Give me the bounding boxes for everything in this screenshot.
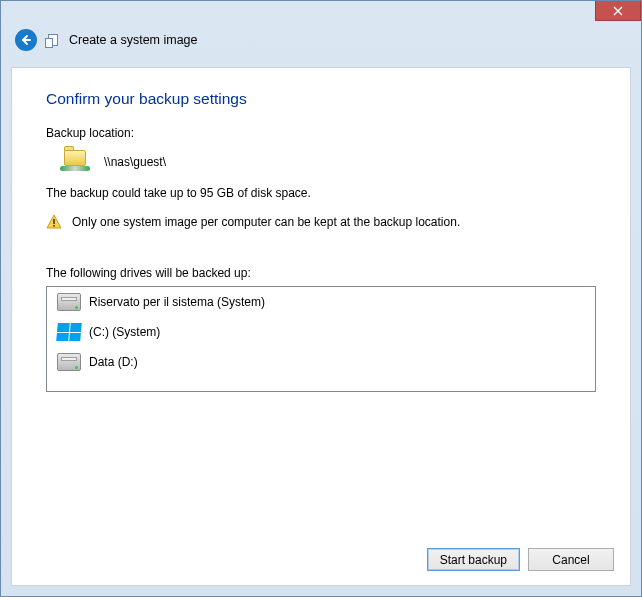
warning-icon bbox=[46, 214, 62, 230]
drive-row[interactable]: Riservato per il sistema (System) bbox=[47, 287, 595, 317]
warning-text: Only one system image per computer can b… bbox=[72, 215, 460, 229]
titlebar bbox=[1, 1, 641, 29]
heading: Confirm your backup settings bbox=[46, 90, 596, 108]
button-row: Start backup Cancel bbox=[427, 548, 614, 571]
close-icon bbox=[613, 6, 623, 16]
cancel-button[interactable]: Cancel bbox=[528, 548, 614, 571]
hard-disk-icon bbox=[57, 353, 81, 371]
warning-row: Only one system image per computer can b… bbox=[46, 214, 596, 230]
svg-rect-1 bbox=[53, 225, 55, 227]
nav-row: Create a system image bbox=[1, 29, 641, 59]
drive-row[interactable]: Data (D:) bbox=[47, 347, 595, 377]
close-button[interactable] bbox=[595, 1, 641, 21]
hard-disk-icon bbox=[57, 293, 81, 311]
page-title: Create a system image bbox=[69, 33, 198, 47]
start-backup-button[interactable]: Start backup bbox=[427, 548, 520, 571]
drive-name: Riservato per il sistema (System) bbox=[89, 295, 265, 309]
size-estimate-text: The backup could take up to 95 GB of dis… bbox=[46, 186, 596, 200]
content-area: Confirm your backup settings Backup loca… bbox=[12, 68, 630, 392]
wizard-icon bbox=[45, 32, 61, 48]
drive-name: Data (D:) bbox=[89, 355, 138, 369]
drives-list[interactable]: Riservato per il sistema (System)(C:) (S… bbox=[46, 286, 596, 392]
drive-name: (C:) (System) bbox=[89, 325, 160, 339]
backup-location-label: Backup location: bbox=[46, 126, 596, 140]
back-arrow-icon bbox=[20, 34, 32, 46]
drive-row[interactable]: (C:) (System) bbox=[47, 317, 595, 347]
content-frame: Confirm your backup settings Backup loca… bbox=[11, 67, 631, 586]
windows-logo-icon bbox=[56, 323, 82, 341]
wizard-window: Create a system image Confirm your backu… bbox=[0, 0, 642, 597]
drives-label: The following drives will be backed up: bbox=[46, 266, 596, 280]
backup-location-path: \\nas\guest\ bbox=[104, 155, 166, 169]
network-folder-icon bbox=[60, 148, 94, 176]
backup-location-row: \\nas\guest\ bbox=[46, 146, 596, 186]
back-button[interactable] bbox=[15, 29, 37, 51]
svg-rect-0 bbox=[53, 219, 55, 224]
